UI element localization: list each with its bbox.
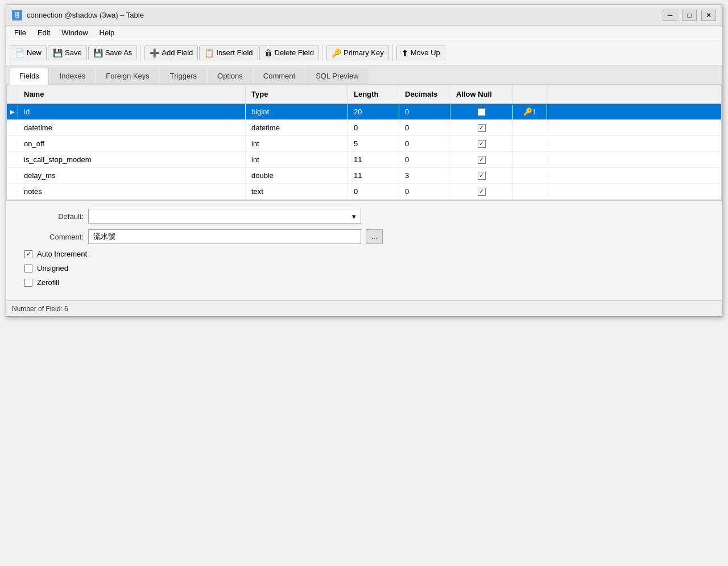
allow-null-checkbox[interactable]: [478, 188, 486, 196]
tabs-bar: Fields Indexes Foreign Keys Triggers Opt…: [6, 65, 722, 85]
field-length: 11: [348, 152, 399, 167]
menu-file[interactable]: File: [10, 27, 31, 39]
table-row[interactable]: delay_ms double 11 3: [7, 168, 721, 184]
row-arrow: [7, 141, 18, 147]
tab-options[interactable]: Options: [208, 68, 253, 84]
new-icon: 📄: [15, 48, 24, 57]
add-field-button[interactable]: ➕ Add Field: [144, 46, 198, 60]
title-bar-controls: ─ □ ✕: [663, 10, 716, 21]
primary-key-button[interactable]: 🔑 Primary Key: [326, 46, 389, 60]
unsigned-row: Unsigned: [15, 264, 713, 272]
save-label: Save: [65, 48, 82, 57]
main-window: 🗄 connection @shadow (3wa) – Table ─ □ ✕…: [6, 5, 722, 317]
primary-key-badge: 🔑: [523, 108, 532, 116]
unsigned-label: Unsigned: [37, 264, 68, 272]
table-header: Name Type Length Decimals Allow Null: [7, 85, 721, 104]
menu-window[interactable]: Window: [57, 27, 92, 39]
insert-field-button[interactable]: 📋 Insert Field: [199, 46, 258, 60]
tab-fields[interactable]: Fields: [10, 68, 49, 85]
auto-increment-checkbox[interactable]: [24, 250, 32, 258]
field-allow-null[interactable]: [450, 168, 513, 183]
insert-field-label: Insert Field: [216, 48, 253, 57]
comment-row: Comment: ...: [15, 229, 713, 244]
table-row[interactable]: ▶ id bigint 20 0 🔑1: [7, 104, 721, 120]
title-bar: 🗄 connection @shadow (3wa) – Table ─ □ ✕: [6, 5, 722, 26]
field-name: on_off: [18, 136, 246, 151]
table-row[interactable]: datetime datetime 0 0: [7, 120, 721, 136]
field-length: 5: [348, 136, 399, 151]
move-up-button[interactable]: ⬆ Move Up: [396, 46, 445, 60]
allow-null-checkbox[interactable]: [478, 140, 486, 148]
tab-triggers[interactable]: Triggers: [160, 68, 206, 84]
th-name: Name: [18, 85, 246, 103]
field-allow-null[interactable]: [450, 105, 513, 119]
table-row[interactable]: on_off int 5 0: [7, 136, 721, 152]
field-length: 0: [348, 120, 399, 135]
bottom-panel: Default: ▾ Comment: ... Auto Increment: [6, 200, 722, 300]
add-field-label: Add Field: [162, 48, 193, 57]
unsigned-checkbox[interactable]: [24, 265, 32, 272]
window-title: connection @shadow (3wa) – Table: [27, 11, 144, 19]
field-allow-null[interactable]: [450, 121, 513, 135]
field-length: 11: [348, 168, 399, 183]
primary-key-label: Primary Key: [344, 48, 384, 57]
field-type: int: [246, 136, 348, 151]
field-decimals: 3: [399, 168, 450, 183]
default-dropdown[interactable]: ▾: [88, 209, 361, 224]
field-pk: [513, 188, 547, 195]
save-as-label: Save As: [105, 48, 133, 57]
comment-input[interactable]: [88, 229, 361, 244]
field-decimals: 0: [399, 152, 450, 167]
row-arrow: ▶: [7, 105, 18, 118]
comment-browse-button[interactable]: ...: [366, 229, 383, 244]
move-up-label: Move Up: [411, 48, 440, 57]
field-pk: [513, 141, 547, 147]
field-decimals: 0: [399, 104, 450, 119]
tab-comment[interactable]: Comment: [254, 68, 305, 84]
app-icon: 🗄: [12, 10, 22, 20]
field-allow-null[interactable]: [450, 184, 513, 199]
save-as-icon: 💾: [93, 48, 103, 57]
menu-bar: File Edit Window Help: [6, 26, 722, 40]
field-pk: 🔑1: [513, 104, 547, 119]
field-pk: [513, 172, 547, 179]
allow-null-checkbox[interactable]: [478, 108, 486, 116]
main-content: Name Type Length Decimals Allow Null ▶ i…: [6, 85, 722, 300]
tab-indexes[interactable]: Indexes: [50, 68, 96, 84]
field-type: bigint: [246, 104, 348, 119]
field-decimals: 0: [399, 184, 450, 199]
th-type: Type: [246, 85, 348, 103]
save-as-button[interactable]: 💾 Save As: [88, 46, 138, 60]
new-label: New: [27, 48, 42, 57]
field-name: id: [18, 104, 246, 119]
save-button[interactable]: 💾 Save: [48, 46, 87, 60]
delete-field-label: Delete Field: [275, 48, 314, 57]
allow-null-checkbox[interactable]: [478, 172, 486, 180]
th-decimals: Decimals: [399, 85, 450, 103]
zerofill-checkbox[interactable]: [24, 279, 32, 287]
allow-null-checkbox[interactable]: [478, 156, 486, 164]
delete-field-button[interactable]: 🗑 Delete Field: [259, 46, 319, 60]
menu-edit[interactable]: Edit: [33, 27, 55, 39]
table-rows: ▶ id bigint 20 0 🔑1 datetime datetime: [7, 104, 721, 200]
menu-help[interactable]: Help: [95, 27, 119, 39]
field-pk: [513, 125, 547, 131]
new-button[interactable]: 📄 New: [10, 46, 47, 60]
fields-table: Name Type Length Decimals Allow Null ▶ i…: [6, 85, 722, 200]
status-text: Number of Field: 6: [12, 305, 68, 313]
tab-sql-preview[interactable]: SQL Preview: [306, 68, 368, 84]
row-arrow: [7, 188, 18, 195]
field-allow-null[interactable]: [450, 137, 513, 151]
field-allow-null[interactable]: [450, 152, 513, 167]
table-row[interactable]: is_call_stop_modem int 11 0: [7, 152, 721, 168]
maximize-button[interactable]: □: [682, 10, 697, 21]
allow-null-checkbox[interactable]: [478, 124, 486, 132]
close-button[interactable]: ✕: [701, 10, 716, 21]
status-bar: Number of Field: 6: [6, 300, 722, 316]
table-row[interactable]: notes text 0 0: [7, 184, 721, 200]
pk-num: 1: [532, 108, 536, 116]
tab-foreign-keys[interactable]: Foreign Keys: [96, 68, 159, 84]
toolbar-separator-3: [392, 45, 393, 61]
add-field-icon: ➕: [150, 48, 159, 57]
minimize-button[interactable]: ─: [663, 10, 677, 21]
